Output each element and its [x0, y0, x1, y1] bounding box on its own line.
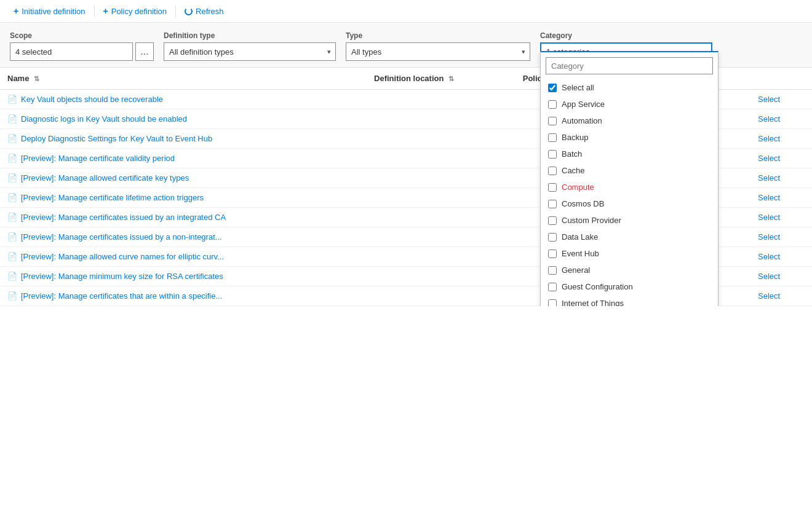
document-icon: 📄: [7, 252, 17, 261]
category-checkbox[interactable]: [548, 216, 557, 225]
select-cell[interactable]: Select: [750, 90, 812, 109]
policy-name-link[interactable]: Key Vault objects should be recoverable: [21, 95, 163, 104]
category-item-label: Cosmos DB: [562, 199, 604, 208]
refresh-button[interactable]: Refresh: [178, 4, 230, 18]
category-item-label: Compute: [562, 183, 594, 192]
document-icon: 📄: [7, 95, 17, 104]
category-checkbox[interactable]: [548, 200, 557, 208]
document-icon: 📄: [7, 173, 17, 183]
category-item[interactable]: Data Lake: [541, 229, 718, 245]
select-cell[interactable]: Select: [750, 188, 812, 208]
policy-name-link[interactable]: [Preview]: Manage certificates issued by…: [21, 213, 226, 222]
scope-input[interactable]: [10, 42, 133, 61]
category-item[interactable]: Event Hub: [541, 245, 718, 262]
type-select[interactable]: All types: [346, 42, 530, 61]
category-item[interactable]: App Service: [541, 96, 718, 112]
name-cell: 📄Key Vault objects should be recoverable: [7, 95, 359, 104]
definition-type-label: Definition type: [164, 31, 336, 40]
document-icon: 📄: [7, 272, 17, 281]
category-item-label: Guest Configuration: [562, 282, 633, 291]
definition-type-select[interactable]: All definition types: [164, 42, 336, 61]
toolbar: + Initiative definition + Policy definit…: [0, 0, 812, 23]
document-icon: 📄: [7, 232, 17, 242]
category-item-label: General: [562, 265, 590, 275]
category-checkbox[interactable]: [548, 167, 557, 175]
category-item-label: Internet of Things: [562, 299, 624, 306]
select-cell[interactable]: Select: [750, 149, 812, 168]
category-checkbox[interactable]: [548, 100, 557, 109]
name-cell: 📄[Preview]: Manage certificates that are…: [7, 291, 359, 301]
definition-location-cell: [367, 168, 515, 188]
initiative-label: Initiative definition: [22, 7, 85, 16]
category-checkbox[interactable]: [548, 266, 557, 275]
category-item[interactable]: Cosmos DB: [541, 195, 718, 212]
category-item-label: Cache: [562, 166, 585, 175]
category-checkbox[interactable]: [548, 117, 557, 125]
select-cell[interactable]: Select: [750, 227, 812, 247]
select-cell[interactable]: Select: [750, 247, 812, 267]
category-item[interactable]: Batch: [541, 146, 718, 162]
document-icon: 📄: [7, 213, 17, 222]
sort-icon-defloc[interactable]: ⇅: [448, 75, 454, 83]
category-item-label: Backup: [562, 133, 588, 142]
category-item[interactable]: Custom Provider: [541, 212, 718, 229]
document-icon: 📄: [7, 154, 17, 163]
category-label: Category: [540, 31, 712, 40]
policy-name-link[interactable]: [Preview]: Manage certificates issued by…: [21, 232, 222, 242]
scope-label: Scope: [10, 31, 154, 40]
category-checkbox[interactable]: [548, 233, 557, 242]
policy-name-link[interactable]: Diagnostic logs in Key Vault should be e…: [21, 114, 187, 124]
col-select: [750, 68, 812, 90]
select-cell[interactable]: Select: [750, 286, 812, 306]
document-icon: 📄: [7, 134, 17, 143]
policy-definition-button[interactable]: + Policy definition: [97, 4, 173, 18]
category-checkbox[interactable]: [548, 84, 557, 92]
sort-icon-name[interactable]: ⇅: [34, 75, 39, 83]
category-checkbox[interactable]: [548, 250, 557, 258]
category-item-label: Data Lake: [562, 232, 598, 242]
col-name: Name ⇅: [0, 68, 367, 90]
category-item[interactable]: Automation: [541, 112, 718, 129]
policy-label: Policy definition: [111, 7, 167, 16]
category-checkbox[interactable]: [548, 299, 557, 307]
category-item-label: Select all: [562, 83, 594, 92]
policy-name-link[interactable]: [Preview]: Manage certificate lifetime a…: [21, 193, 204, 202]
category-item[interactable]: Backup: [541, 129, 718, 146]
select-cell[interactable]: Select: [750, 208, 812, 227]
divider-1: [94, 5, 95, 17]
name-cell: 📄[Preview]: Manage certificates issued b…: [7, 213, 359, 222]
category-item[interactable]: Guest Configuration: [541, 278, 718, 295]
category-item[interactable]: Compute: [541, 179, 718, 195]
scope-ellipsis-button[interactable]: ...: [135, 42, 154, 61]
policy-name-link[interactable]: Deploy Diagnostic Settings for Key Vault…: [21, 134, 212, 143]
category-item[interactable]: General: [541, 262, 718, 278]
document-icon: 📄: [7, 291, 17, 301]
plus-icon: +: [14, 6, 18, 16]
policy-name-link[interactable]: [Preview]: Manage minimum key size for R…: [21, 272, 223, 281]
select-cell[interactable]: Select: [750, 109, 812, 129]
initiative-definition-button[interactable]: + Initiative definition: [7, 4, 92, 18]
divider-2: [175, 5, 176, 17]
type-filter: Type All types ▾: [346, 31, 530, 61]
category-checkbox[interactable]: [548, 133, 557, 142]
category-checkbox[interactable]: [548, 150, 557, 159]
policy-name-link[interactable]: [Preview]: Manage allowed curve names fo…: [21, 252, 224, 261]
policy-name-link[interactable]: [Preview]: Manage certificates that are …: [21, 291, 222, 301]
select-cell[interactable]: Select: [750, 168, 812, 188]
category-item[interactable]: Internet of Things: [541, 295, 718, 306]
category-item-label: Custom Provider: [562, 216, 621, 225]
category-checkbox[interactable]: [548, 183, 557, 192]
category-item[interactable]: Cache: [541, 162, 718, 179]
policy-name-link[interactable]: [Preview]: Manage certificate validity p…: [21, 154, 175, 163]
policy-name-link[interactable]: [Preview]: Manage allowed certificate ke…: [21, 173, 189, 183]
category-checkbox[interactable]: [548, 283, 557, 291]
scope-input-group: ...: [10, 42, 154, 61]
name-cell: 📄[Preview]: Manage certificates issued b…: [7, 232, 359, 242]
category-search-input[interactable]: [546, 57, 713, 74]
definition-location-cell: [367, 208, 515, 227]
category-item[interactable]: Select all: [541, 79, 718, 96]
type-select-wrapper: All types ▾: [346, 42, 530, 61]
name-cell: 📄Deploy Diagnostic Settings for Key Vaul…: [7, 134, 359, 143]
select-cell[interactable]: Select: [750, 267, 812, 286]
select-cell[interactable]: Select: [750, 129, 812, 149]
